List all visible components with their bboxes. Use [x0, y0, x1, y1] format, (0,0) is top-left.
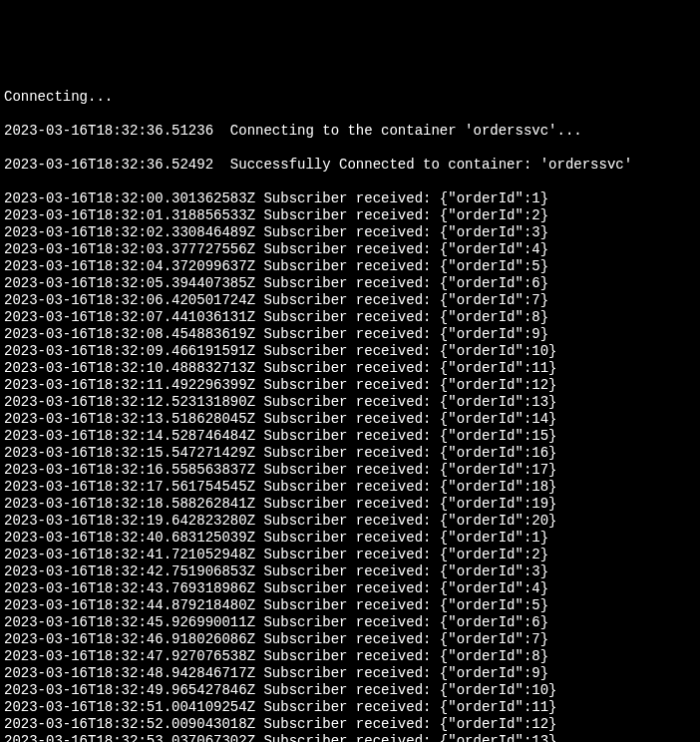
log-line: 2023-03-16T18:32:17.561754545Z Subscribe… — [4, 479, 696, 496]
log-line: 2023-03-16T18:32:04.372099637Z Subscribe… — [4, 258, 696, 275]
log-line: 2023-03-16T18:32:43.769318986Z Subscribe… — [4, 580, 696, 597]
log-line: 2023-03-16T18:32:42.751906853Z Subscribe… — [4, 563, 696, 580]
log-line: 2023-03-16T18:32:18.588262841Z Subscribe… — [4, 496, 696, 513]
log-line: 2023-03-16T18:32:41.721052948Z Subscribe… — [4, 547, 696, 563]
log-line: 2023-03-16T18:32:06.420501724Z Subscribe… — [4, 292, 696, 309]
log-line: 2023-03-16T18:32:44.879218480Z Subscribe… — [4, 597, 696, 614]
log-line: 2023-03-16T18:32:14.528746484Z Subscribe… — [4, 428, 696, 445]
log-line: 2023-03-16T18:32:12.523131890Z Subscribe… — [4, 394, 696, 411]
log-line: 2023-03-16T18:32:05.394407385Z Subscribe… — [4, 275, 696, 292]
log-line: 2023-03-16T18:32:13.518628045Z Subscribe… — [4, 411, 696, 428]
log-line: 2023-03-16T18:32:09.466191591Z Subscribe… — [4, 343, 696, 360]
log-line: 2023-03-16T18:32:19.642823280Z Subscribe… — [4, 513, 696, 530]
log-line: 2023-03-16T18:32:03.377727556Z Subscribe… — [4, 241, 696, 258]
log-lines-container: 2023-03-16T18:32:00.301362583Z Subscribe… — [4, 190, 696, 742]
log-line: 2023-03-16T18:32:46.918026086Z Subscribe… — [4, 631, 696, 648]
log-line: 2023-03-16T18:32:10.488832713Z Subscribe… — [4, 360, 696, 377]
log-line: 2023-03-16T18:32:52.009043018Z Subscribe… — [4, 716, 696, 733]
log-line: 2023-03-16T18:32:47.927076538Z Subscribe… — [4, 648, 696, 665]
log-line: 2023-03-16T18:32:16.558563837Z Subscribe… — [4, 462, 696, 479]
log-line: 2023-03-16T18:32:01.318856533Z Subscribe… — [4, 207, 696, 224]
log-line: 2023-03-16T18:32:40.683125039Z Subscribe… — [4, 530, 696, 547]
log-line: 2023-03-16T18:32:51.004109254Z Subscribe… — [4, 699, 696, 716]
log-line: 2023-03-16T18:32:08.454883619Z Subscribe… — [4, 326, 696, 343]
log-line: 2023-03-16T18:32:02.330846489Z Subscribe… — [4, 224, 696, 241]
log-line: 2023-03-16T18:32:45.926990011Z Subscribe… — [4, 614, 696, 631]
log-line: 2023-03-16T18:32:11.492296399Z Subscribe… — [4, 377, 696, 394]
log-line: 2023-03-16T18:32:48.942846717Z Subscribe… — [4, 665, 696, 682]
connect-attempt-line: 2023-03-16T18:32:36.51236 Connecting to … — [4, 123, 696, 140]
terminal-output: Connecting... 2023-03-16T18:32:36.51236 … — [4, 72, 696, 742]
log-line: 2023-03-16T18:32:53.037067302Z Subscribe… — [4, 733, 696, 742]
connecting-line: Connecting... — [4, 89, 696, 106]
log-line: 2023-03-16T18:32:15.547271429Z Subscribe… — [4, 445, 696, 462]
log-line: 2023-03-16T18:32:07.441036131Z Subscribe… — [4, 309, 696, 326]
log-line: 2023-03-16T18:32:49.965427846Z Subscribe… — [4, 682, 696, 699]
connected-line: 2023-03-16T18:32:36.52492 Successfully C… — [4, 157, 696, 174]
log-line: 2023-03-16T18:32:00.301362583Z Subscribe… — [4, 190, 696, 207]
